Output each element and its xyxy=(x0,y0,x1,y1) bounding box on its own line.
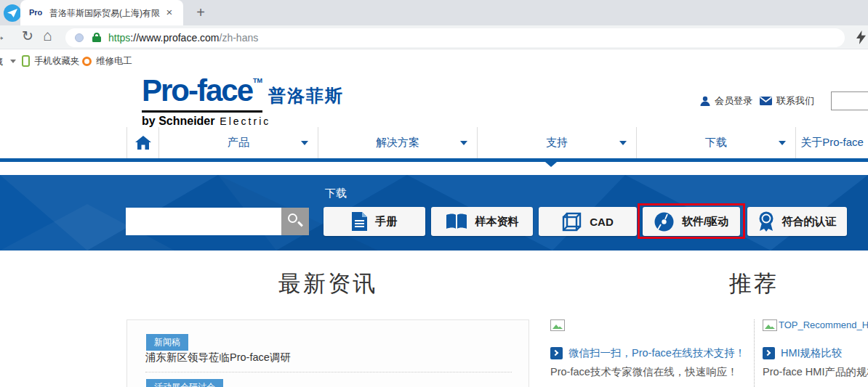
nav-bottom-bar xyxy=(0,158,868,162)
refresh-icon[interactable]: ↻ xyxy=(22,28,33,44)
recommend-item-wechat: 微信扫一扫，Pro-face在线技术支持！ Pro-face技术专家微信在线，快… xyxy=(550,319,750,387)
nav-spacer xyxy=(0,127,127,158)
tab-favicon: Pro xyxy=(29,8,42,17)
nav-label: 下载 xyxy=(705,136,727,150)
bookmark-item-mobile[interactable]: 手机收藏夹 xyxy=(22,54,80,68)
disc-icon xyxy=(654,212,674,232)
contact-us-label: 联系我们 xyxy=(776,94,814,107)
recommend-link[interactable]: 微信扫一扫，Pro-face在线技术支持！ xyxy=(550,346,745,360)
button-label: 手册 xyxy=(375,215,397,229)
chevron-down-icon xyxy=(460,141,467,145)
home-icon xyxy=(135,136,151,150)
news-heading: 最新资讯 xyxy=(126,269,529,299)
tab-close-icon[interactable]: × xyxy=(163,6,176,19)
browser-logo-icon[interactable] xyxy=(4,4,21,22)
recommend-item-hmi: TOP_Recommend_H HMI规格比较 Pro-face HMI产品的规… xyxy=(763,319,868,387)
recommend-alt-text[interactable]: TOP_Recommend_H xyxy=(763,319,868,331)
chevron-down-icon xyxy=(619,141,627,145)
chevron-right-icon xyxy=(763,347,775,359)
document-icon xyxy=(352,212,367,231)
bookmark-item-weixiu[interactable]: 维修电工 xyxy=(82,54,132,68)
forward-icon[interactable]: → xyxy=(0,28,6,44)
url-host: ://www.proface.com xyxy=(130,32,219,44)
member-login-link[interactable]: 会员登录 xyxy=(700,94,752,107)
nav-label: 产品 xyxy=(228,136,249,150)
logo-byline: by Schneider Electric xyxy=(142,115,270,128)
site-header: Pro-face TM 普洛菲斯 by Schneider Electric 会… xyxy=(0,73,868,127)
nav-item-support[interactable]: 支持 xyxy=(478,127,637,158)
logo-brand-text: Pro-face xyxy=(142,74,252,107)
member-login-label: 会员登录 xyxy=(715,94,752,107)
award-icon xyxy=(758,211,774,232)
catalog-button[interactable]: 样本资料 xyxy=(431,207,533,236)
button-label: CAD xyxy=(590,216,614,228)
chevron-down-icon xyxy=(779,141,786,145)
nav-home-button[interactable] xyxy=(127,127,159,158)
button-label: 符合的认证 xyxy=(782,215,837,229)
page-content: 最新资讯 新闻稿 浦东新区领导莅临Pro-face调研 活动展会研讨会 推荐 微… xyxy=(0,250,868,387)
dotted-divider xyxy=(145,372,512,372)
tab-title: 普洛菲斯国际贸易(上海)有限公司 xyxy=(49,7,160,19)
broken-image-icon xyxy=(550,319,565,331)
hero-search-button[interactable] xyxy=(281,208,309,235)
phone-icon xyxy=(22,55,30,67)
tab-bar: Pro 普洛菲斯国际贸易(上海)有限公司 × + xyxy=(0,0,868,25)
nav-label: 支持 xyxy=(546,136,568,150)
logo-divider xyxy=(142,110,262,113)
dotted-vertical-divider xyxy=(754,319,755,387)
recommend-heading: 推荐 xyxy=(681,269,827,299)
news-badge-events: 活动展会研讨会 xyxy=(146,379,223,387)
secure-lock-icon[interactable] xyxy=(92,33,101,43)
hero-search-input[interactable] xyxy=(126,208,281,235)
chevron-down-icon xyxy=(301,141,308,145)
bookmarks-bar: 藏 手机收藏夹 维修电工 xyxy=(0,49,868,73)
nav-label: 解决方案 xyxy=(376,136,419,150)
address-bar[interactable]: https://www.proface.com/zh-hans xyxy=(65,28,845,47)
hero-download-label: 下载 xyxy=(325,187,347,200)
software-driver-button[interactable]: 软件/驱动 xyxy=(643,207,740,236)
nav-item-solutions[interactable]: 解决方案 xyxy=(318,127,478,158)
contact-us-link[interactable]: 联系我们 xyxy=(760,94,814,107)
home-icon[interactable]: ⌂ xyxy=(43,27,52,44)
url-text[interactable]: https://www.proface.com/zh-hans xyxy=(108,32,258,44)
main-nav: 产品 解决方案 支持 下载 关于Pro-face xyxy=(0,127,868,162)
mail-icon xyxy=(760,97,772,105)
chevron-right-icon xyxy=(550,347,563,359)
button-label: 软件/驱动 xyxy=(682,215,728,229)
active-tab[interactable]: Pro 普洛菲斯国际贸易(上海)有限公司 × xyxy=(20,0,183,25)
nav-item-download[interactable]: 下载 xyxy=(637,127,796,158)
nav-label: 关于Pro-face xyxy=(800,136,864,150)
logo-tm: TM xyxy=(253,77,262,84)
news-badge-press: 新闻稿 xyxy=(146,334,188,351)
browser-window: Pro 普洛菲斯国际贸易(上海)有限公司 × + → ↻ ⌂ https://w… xyxy=(0,0,868,387)
bookmark-label: 手机收藏夹 xyxy=(34,55,80,68)
news-title-link[interactable]: 浦东新区领导莅临Pro-face调研 xyxy=(145,351,291,364)
paper-plane-icon xyxy=(7,9,17,17)
lightning-extension-icon[interactable] xyxy=(856,30,866,44)
broken-image-icon xyxy=(763,319,777,331)
recommend-link[interactable]: HMI规格比较 xyxy=(763,346,843,360)
bookmarks-folder-label[interactable]: 藏 xyxy=(0,56,3,68)
chevron-down-icon[interactable] xyxy=(10,60,16,63)
recommend-desc: Pro-face HMI产品的规格 xyxy=(763,365,868,379)
orange-ring-icon xyxy=(82,57,92,66)
certification-button[interactable]: 符合的认证 xyxy=(747,207,847,236)
browser-toolbar: → ↻ ⌂ https://www.proface.com/zh-hans xyxy=(0,25,868,49)
logo-chinese-text: 普洛菲斯 xyxy=(268,84,344,107)
cad-button[interactable]: CAD xyxy=(539,207,637,236)
nav-active-pointer xyxy=(545,162,557,167)
bookmark-label: 维修电工 xyxy=(96,55,132,68)
url-scheme: https xyxy=(108,32,130,44)
header-search-input[interactable] xyxy=(831,91,868,110)
button-label: 样本资料 xyxy=(475,215,519,229)
manual-button[interactable]: 手册 xyxy=(324,207,425,236)
book-icon xyxy=(446,213,467,230)
user-icon xyxy=(700,96,710,106)
new-tab-button[interactable]: + xyxy=(192,4,209,22)
hero-banner: 下载 手册 样本资料 CAD xyxy=(0,175,868,250)
extension-dot-icon[interactable] xyxy=(75,33,84,42)
nav-item-products[interactable]: 产品 xyxy=(159,127,318,158)
news-card: 新闻稿 浦东新区领导莅临Pro-face调研 活动展会研讨会 xyxy=(126,319,529,387)
proface-logo[interactable]: Pro-face TM 普洛菲斯 by Schneider Electric xyxy=(142,74,344,107)
nav-item-about[interactable]: 关于Pro-face xyxy=(796,127,868,158)
